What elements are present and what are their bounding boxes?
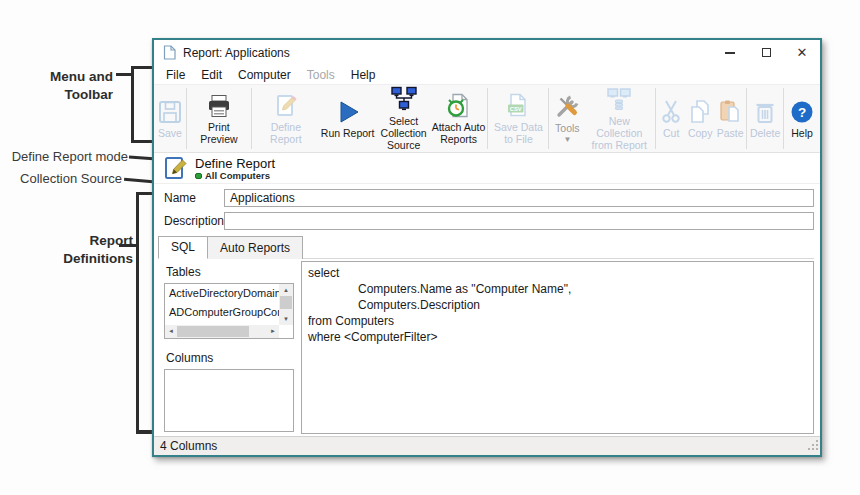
toolbar-button-label: Run Report bbox=[321, 127, 375, 139]
collection-source-label[interactable]: All Computers bbox=[205, 171, 270, 181]
toolbar-button-label: Paste bbox=[717, 127, 744, 139]
tables-label: Tables bbox=[166, 265, 296, 279]
copy-icon bbox=[687, 99, 713, 125]
scroll-down-icon[interactable]: ▼ bbox=[279, 313, 293, 325]
new-collection-from-report-icon bbox=[605, 87, 633, 113]
toolbar-button-label: Help bbox=[791, 127, 813, 139]
menu-help[interactable]: Help bbox=[343, 68, 384, 82]
annotation-text: Definitions bbox=[20, 250, 133, 268]
toolbar-button-label: Save Data to File bbox=[490, 121, 546, 145]
status-text: 4 Columns bbox=[160, 439, 217, 453]
annotation-collection-source: Collection Source bbox=[0, 171, 122, 186]
status-bar: 4 Columns bbox=[154, 436, 820, 455]
maximize-icon bbox=[762, 48, 771, 57]
menu-computer[interactable]: Computer bbox=[230, 68, 299, 82]
cut-icon bbox=[659, 99, 683, 125]
annotation-text: Define Report mode bbox=[12, 149, 128, 164]
attach-auto-reports-button[interactable]: Attach Auto Reports bbox=[431, 85, 487, 152]
define-report-mode-label: Define Report bbox=[195, 156, 275, 171]
select-collection-source-icon bbox=[390, 86, 418, 113]
scroll-left-icon[interactable]: ◄ bbox=[165, 325, 177, 338]
close-button[interactable]: ✕ bbox=[784, 40, 820, 65]
scrollbar-thumb[interactable] bbox=[177, 326, 249, 337]
annotation-text: Collection Source bbox=[20, 171, 122, 186]
description-label: Description bbox=[164, 214, 224, 228]
toolbar-separator bbox=[251, 88, 252, 149]
toolbar-separator bbox=[783, 88, 784, 149]
list-item[interactable]: ADComputerGroupComp bbox=[165, 303, 279, 322]
screenshot-stage: Menu and Toolbar Define Report mode Coll… bbox=[0, 0, 860, 495]
report-definition-content: Tables ActiveDirectoryDomainsADComputerG… bbox=[154, 259, 820, 436]
horizontal-scrollbar[interactable]: ◄ ► bbox=[165, 325, 279, 338]
csv-badge: CSV bbox=[510, 105, 522, 111]
tab-sql[interactable]: SQL bbox=[158, 236, 208, 259]
toolbar-separator bbox=[548, 88, 549, 149]
scroll-up-icon[interactable]: ▲ bbox=[279, 284, 293, 296]
toolbar-button-label: Select Collection Source bbox=[378, 115, 430, 151]
new-collection-from-report-button: New Collection from Report bbox=[584, 85, 654, 152]
toolbar-separator bbox=[655, 88, 656, 149]
toolbar-separator bbox=[746, 88, 747, 149]
annotation-dash bbox=[119, 244, 137, 247]
save-icon bbox=[157, 99, 183, 125]
toolbar-button-label: Delete bbox=[750, 127, 780, 139]
vertical-scrollbar[interactable]: ▲ ▼ bbox=[279, 284, 293, 325]
toolbar-separator bbox=[186, 88, 187, 149]
print-preview-button[interactable]: Print Preview bbox=[188, 85, 250, 152]
annotation-report-definitions: Report Definitions bbox=[20, 232, 133, 268]
toolbar: Save Print Preview Define Report bbox=[154, 84, 820, 153]
toolbar-button-label: New Collection from Report bbox=[585, 115, 653, 151]
paste-icon bbox=[717, 99, 743, 125]
description-input[interactable] bbox=[224, 212, 814, 230]
minimize-button[interactable] bbox=[712, 40, 748, 65]
toolbar-button-label: Print Preview bbox=[189, 121, 249, 145]
cut-button: Cut bbox=[657, 85, 685, 152]
tools-button[interactable]: Tools ▼ bbox=[550, 85, 584, 152]
scroll-right-icon[interactable]: ► bbox=[267, 325, 279, 338]
toolbar-separator bbox=[487, 88, 488, 149]
save-data-to-file-icon: CSV bbox=[505, 93, 531, 119]
select-collection-source-button[interactable]: Select Collection Source bbox=[377, 85, 431, 152]
tables-listbox[interactable]: ActiveDirectoryDomainsADComputerGroupCom… bbox=[164, 283, 294, 339]
tab-auto-reports[interactable]: Auto Reports bbox=[208, 236, 303, 259]
tab-strip: SQL Auto Reports bbox=[158, 236, 814, 259]
menu-tools: Tools bbox=[299, 68, 343, 82]
window-title: Report: Applications bbox=[183, 46, 290, 60]
scrollbar-thumb[interactable] bbox=[280, 296, 292, 309]
save-data-to-file-button: CSV Save Data to File bbox=[489, 85, 547, 152]
name-input[interactable] bbox=[224, 189, 814, 207]
toolbar-button-label: Cut bbox=[663, 127, 679, 139]
menu-edit[interactable]: Edit bbox=[193, 68, 230, 82]
report-window: Report: Applications ✕ File Edit Compute… bbox=[152, 38, 822, 457]
run-report-icon bbox=[335, 99, 361, 125]
tools-icon bbox=[554, 94, 580, 120]
list-item[interactable]: ActiveDirectoryDomains bbox=[165, 284, 279, 303]
annotation-text: Toolbar bbox=[18, 86, 113, 104]
resize-grip-icon[interactable] bbox=[808, 440, 819, 454]
annotation-define-report-mode: Define Report mode bbox=[0, 149, 128, 164]
columns-listbox[interactable] bbox=[164, 369, 294, 432]
annotation-bracket bbox=[131, 66, 134, 143]
name-row: Name bbox=[164, 189, 814, 207]
toolbar-button-label: Attach Auto Reports bbox=[432, 121, 486, 145]
collection-source-icon bbox=[195, 173, 202, 179]
toolbar-button-label: Define Report bbox=[254, 121, 318, 145]
help-button[interactable]: ? Help bbox=[785, 85, 819, 152]
delete-button: Delete bbox=[748, 85, 782, 152]
run-report-button[interactable]: Run Report bbox=[319, 85, 377, 152]
help-icon: ? bbox=[789, 99, 815, 125]
define-report-mode-icon bbox=[164, 156, 189, 181]
save-button: Save bbox=[155, 85, 185, 152]
annotation-text: Report bbox=[20, 232, 133, 250]
annotation-menu-toolbar: Menu and Toolbar bbox=[18, 68, 113, 104]
question-mark-glyph: ? bbox=[798, 104, 806, 119]
title-bar: Report: Applications ✕ bbox=[154, 40, 820, 65]
copy-button: Copy bbox=[685, 85, 715, 152]
close-icon: ✕ bbox=[797, 46, 808, 59]
toolbar-button-label: Copy bbox=[688, 127, 713, 139]
attach-auto-reports-icon bbox=[446, 93, 472, 119]
description-row: Description bbox=[164, 212, 814, 230]
menu-file[interactable]: File bbox=[158, 68, 193, 82]
maximize-button[interactable] bbox=[748, 40, 784, 65]
sql-editor[interactable]: select Computers.Name as "Computer Name"… bbox=[301, 261, 814, 434]
